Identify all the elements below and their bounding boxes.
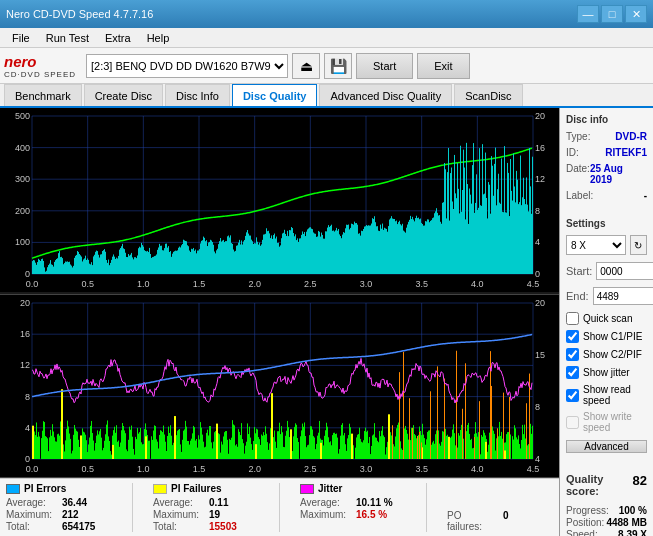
main-content: PI Errors Average: 36.44 Maximum: 212 To… [0, 108, 653, 536]
pi-failures-color [153, 484, 167, 494]
pi-errors-avg-label: Average: [6, 497, 58, 508]
jitter-avg-label: Average: [300, 497, 352, 508]
close-button[interactable]: ✕ [625, 5, 647, 23]
progress-label: Progress: [566, 505, 609, 516]
pi-failures-header: PI Failures [153, 483, 259, 494]
po-failures-row: PO failures: 0 [447, 510, 553, 532]
show-jitter-label: Show jitter [583, 367, 630, 378]
show-c2pif-checkbox[interactable] [566, 348, 579, 361]
window-controls: — □ ✕ [577, 5, 647, 23]
po-failures: PO failures: 0 [447, 483, 553, 532]
pi-failures-avg: Average: 0.11 [153, 497, 259, 508]
tab-create-disc[interactable]: Create Disc [84, 84, 163, 106]
show-read-speed-checkbox[interactable] [566, 389, 579, 402]
disc-label-row: Label: - [566, 190, 647, 201]
exit-button[interactable]: Exit [417, 53, 469, 79]
disc-date-value: 25 Aug 2019 [590, 163, 647, 185]
quick-scan-checkbox[interactable] [566, 312, 579, 325]
pi-errors-total: Total: 654175 [6, 521, 112, 532]
position-row: Position: 4488 MB [566, 517, 647, 528]
start-button[interactable]: Start [356, 53, 413, 79]
tab-disc-quality[interactable]: Disc Quality [232, 84, 318, 106]
jitter-max-value: 16.5 % [356, 509, 406, 520]
top-chart [0, 108, 559, 295]
quality-score-value: 82 [633, 473, 647, 497]
pi-failures-avg-label: Average: [153, 497, 205, 508]
charts-area: PI Errors Average: 36.44 Maximum: 212 To… [0, 108, 560, 536]
disc-label-label: Label: [566, 190, 593, 201]
pi-failures-label: PI Failures [171, 483, 222, 494]
disc-id-label: ID: [566, 147, 579, 158]
end-input[interactable] [593, 287, 653, 305]
start-input[interactable] [596, 262, 653, 280]
pi-errors-color [6, 484, 20, 494]
pi-errors-avg: Average: 36.44 [6, 497, 112, 508]
pi-failures-total-value: 15503 [209, 521, 259, 532]
po-failures-value: 0 [503, 510, 553, 532]
drive-select[interactable]: [2:3] BENQ DVD DD DW1620 B7W9 [86, 54, 288, 78]
show-write-speed-row: Show write speed [566, 411, 647, 433]
toolbar: nero CD·DVD SPEED [2:3] BENQ DVD DD DW16… [0, 48, 653, 84]
jitter-header: Jitter [300, 483, 406, 494]
minimize-button[interactable]: — [577, 5, 599, 23]
tab-benchmark[interactable]: Benchmark [4, 84, 82, 106]
pi-errors-max-label: Maximum: [6, 509, 58, 520]
quick-scan-row: Quick scan [566, 312, 647, 325]
disc-type-label: Type: [566, 131, 590, 142]
pi-failures-max-value: 19 [209, 509, 259, 520]
pi-errors-max: Maximum: 212 [6, 509, 112, 520]
tab-disc-info[interactable]: Disc Info [165, 84, 230, 106]
disc-date-label: Date: [566, 163, 590, 185]
logo: nero CD·DVD SPEED [4, 53, 76, 79]
pi-errors-total-label: Total: [6, 521, 58, 532]
save-button[interactable]: 💾 [324, 53, 352, 79]
position-value: 4488 MB [606, 517, 647, 528]
stat-divider-1 [132, 483, 133, 532]
menubar: File Run Test Extra Help [0, 28, 653, 48]
jitter-max: Maximum: 16.5 % [300, 509, 406, 520]
refresh-button[interactable]: ↻ [630, 235, 647, 255]
disc-type-row: Type: DVD-R [566, 131, 647, 142]
end-row: End: MB [566, 287, 647, 305]
logo-subtext: CD·DVD SPEED [4, 70, 76, 79]
show-jitter-row: Show jitter [566, 366, 647, 379]
maximize-button[interactable]: □ [601, 5, 623, 23]
tab-scandisc[interactable]: ScanDisc [454, 84, 522, 106]
jitter-avg: Average: 10.11 % [300, 497, 406, 508]
title-text: Nero CD-DVD Speed 4.7.7.16 [6, 8, 153, 20]
bottom-chart-canvas [0, 295, 559, 477]
menu-run-test[interactable]: Run Test [38, 30, 97, 46]
pi-failures-max-label: Maximum: [153, 509, 205, 520]
end-label: End: [566, 290, 589, 302]
jitter-max-label: Maximum: [300, 509, 352, 520]
menu-help[interactable]: Help [139, 30, 178, 46]
advanced-button[interactable]: Advanced [566, 440, 647, 453]
po-failures-label: PO failures: [447, 510, 499, 532]
speed-row: 8 X 4 X 2 X MAX ↻ [566, 235, 647, 255]
show-read-speed-row: Show read speed [566, 384, 647, 406]
titlebar: Nero CD-DVD Speed 4.7.7.16 — □ ✕ [0, 0, 653, 28]
eject-button[interactable]: ⏏ [292, 53, 320, 79]
menu-extra[interactable]: Extra [97, 30, 139, 46]
show-jitter-checkbox[interactable] [566, 366, 579, 379]
speed-select[interactable]: 8 X 4 X 2 X MAX [566, 235, 626, 255]
show-c1pie-label: Show C1/PIE [583, 331, 642, 342]
disc-date-row: Date: 25 Aug 2019 [566, 163, 647, 185]
bottom-chart [0, 295, 559, 478]
menu-file[interactable]: File [4, 30, 38, 46]
tab-advanced-disc-quality[interactable]: Advanced Disc Quality [319, 84, 452, 106]
pi-errors-total-value: 654175 [62, 521, 112, 532]
speed-label: Speed: [566, 529, 598, 536]
show-read-speed-label: Show read speed [583, 384, 647, 406]
stat-divider-2 [279, 483, 280, 532]
show-write-speed-checkbox[interactable] [566, 416, 579, 429]
jitter-stat: Jitter Average: 10.11 % Maximum: 16.5 % [300, 483, 406, 532]
tabs: Benchmark Create Disc Disc Info Disc Qua… [0, 84, 653, 108]
show-c2pif-row: Show C2/PIF [566, 348, 647, 361]
progress-row: Progress: 100 % [566, 505, 647, 516]
top-chart-canvas [0, 108, 559, 292]
show-c1pie-checkbox[interactable] [566, 330, 579, 343]
disc-label-value: - [644, 190, 647, 201]
logo-text: nero [4, 53, 37, 70]
pi-errors-stat: PI Errors Average: 36.44 Maximum: 212 To… [6, 483, 112, 532]
